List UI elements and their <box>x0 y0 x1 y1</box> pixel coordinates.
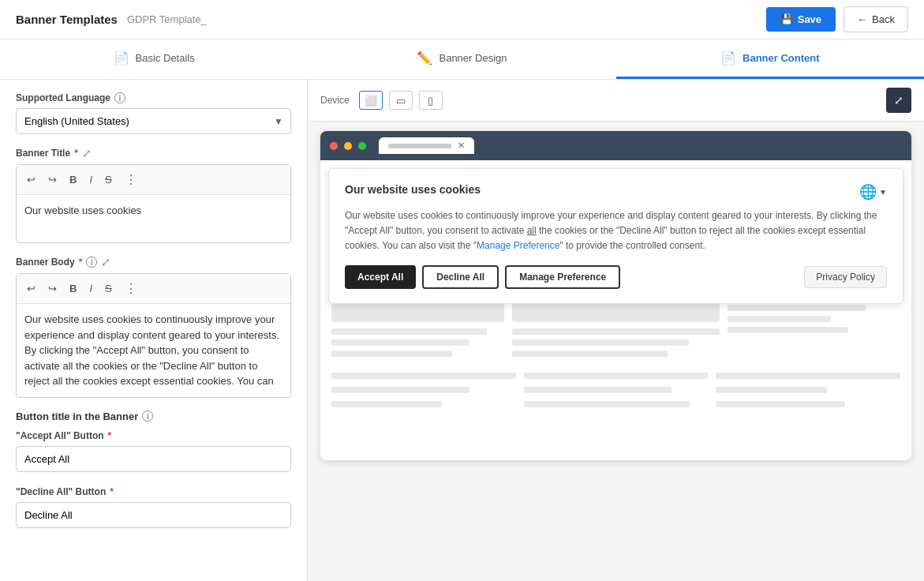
banner-body-group: Banner Body * i ⤢ ↩ ↪ B I S ⋮ Our websit… <box>16 256 291 398</box>
topbar: Banner Templates GDPR Template_ 💾 Save ←… <box>0 0 924 39</box>
banner-title-toolbar: ↩ ↪ B I S ⋮ <box>17 165 290 195</box>
supported-language-group: Supported Language i English (United Sta… <box>16 92 291 134</box>
basic-details-icon: 📄 <box>114 51 129 66</box>
bold-button[interactable]: B <box>65 171 80 188</box>
browser-tab-close[interactable]: ✕ <box>458 141 465 151</box>
accept-all-required: * <box>108 430 112 441</box>
banner-body-editor: ↩ ↪ B I S ⋮ Our website uses cookies to … <box>16 273 291 398</box>
tab-basic-details-label: Basic Details <box>136 52 195 64</box>
browser-dot-green <box>358 142 366 150</box>
page-skeleton-bottom <box>320 373 911 426</box>
skeleton-line <box>331 350 452 357</box>
brand-title: Banner Templates <box>16 13 118 26</box>
tab-banner-design-label: Banner Design <box>439 52 507 64</box>
browser-chrome: ✕ <box>320 131 911 160</box>
banner-body-info-icon[interactable]: i <box>86 257 97 268</box>
skeleton-line <box>512 328 720 335</box>
fullscreen-button[interactable]: ⤢ <box>886 88 911 113</box>
cookie-banner-body: Our website uses cookies to continuously… <box>345 208 887 254</box>
tab-banner-content[interactable]: 📄 Banner Content <box>616 39 924 79</box>
body-redo-button[interactable]: ↪ <box>44 280 61 297</box>
skeleton-line <box>331 328 487 335</box>
skeleton-line <box>524 373 709 379</box>
banner-title-required: * <box>74 148 78 159</box>
decline-all-button[interactable]: Decline All <box>422 265 499 289</box>
skeleton-line <box>331 387 469 393</box>
button-section-info-icon[interactable]: i <box>142 410 153 422</box>
privacy-policy-button[interactable]: Privacy Policy <box>804 266 887 288</box>
banner-title-label: Banner Title * ⤢ <box>16 147 291 159</box>
decline-all-button-group: "Decline All" Button * <box>16 486 291 531</box>
skeleton-line <box>512 339 688 346</box>
topbar-left: Banner Templates GDPR Template_ <box>16 13 207 26</box>
body-strikethrough-button[interactable]: S <box>101 280 116 297</box>
supported-language-info-icon[interactable]: i <box>114 92 125 103</box>
banner-title-expand-button[interactable]: ⤢ <box>82 147 92 159</box>
strikethrough-button[interactable]: S <box>101 171 116 188</box>
skeleton-line <box>716 401 845 407</box>
italic-button[interactable]: I <box>85 171 96 188</box>
device-bar: Device ⬜ ▭ ▯ ⤢ <box>308 80 924 122</box>
skeleton-line <box>716 373 900 379</box>
supported-language-select[interactable]: English (United States) <box>16 108 291 134</box>
mobile-device-button[interactable]: ▯ <box>419 91 443 110</box>
banner-body-required: * <box>79 257 83 268</box>
banner-title-content[interactable]: Our website uses cookies <box>17 195 290 242</box>
banner-content-icon: 📄 <box>720 51 736 66</box>
skeleton-line <box>331 339 469 346</box>
manage-preference-link[interactable]: Manage Preference <box>477 240 559 251</box>
cookie-banner: Our website uses cookies 🌐 ▼ Our website… <box>328 168 903 304</box>
tabs-bar: 📄 Basic Details ✏️ Banner Design 📄 Banne… <box>0 39 924 80</box>
tab-banner-content-label: Banner Content <box>743 52 820 64</box>
redo-button[interactable]: ↪ <box>44 171 61 188</box>
desktop-device-button[interactable]: ⬜ <box>359 91 383 110</box>
main-layout: Supported Language i English (United Sta… <box>0 80 924 581</box>
save-icon: 💾 <box>780 13 793 25</box>
skeleton-line <box>524 387 671 393</box>
banner-title-editor: ↩ ↪ B I S ⋮ Our website uses cookies <box>16 164 291 243</box>
globe-dropdown-icon[interactable]: ▼ <box>879 188 887 197</box>
banner-title-group: Banner Title * ⤢ ↩ ↪ B I S ⋮ Our website… <box>16 147 291 243</box>
back-arrow-icon: ← <box>857 13 867 25</box>
button-section-title: Button title in the Banner i <box>16 410 291 422</box>
banner-design-icon: ✏️ <box>417 51 432 66</box>
browser-area: ✕ Our website uses cookies 🌐 ▼ <box>308 122 924 580</box>
page-content: Our website uses cookies 🌐 ▼ Our website… <box>320 160 911 460</box>
save-button[interactable]: 💾 Save <box>766 7 836 32</box>
body-more-options-button[interactable]: ⋮ <box>121 279 141 298</box>
body-italic-button[interactable]: I <box>85 280 96 297</box>
browser-tab: ✕ <box>379 137 474 154</box>
accept-all-button[interactable]: Accept All <box>345 265 416 289</box>
back-button[interactable]: ← Back <box>844 6 908 32</box>
accept-all-input[interactable] <box>16 446 291 472</box>
skeleton-line <box>728 327 848 333</box>
save-label: Save <box>798 13 821 25</box>
decline-all-required: * <box>110 486 114 497</box>
body-bold-button[interactable]: B <box>65 280 80 297</box>
cookie-banner-actions: Accept All Decline All Manage Preference… <box>345 265 887 289</box>
skeleton-line <box>331 401 442 407</box>
skeleton-line <box>728 305 866 311</box>
browser-dot-red <box>330 142 338 150</box>
body-undo-button[interactable]: ↩ <box>23 280 39 297</box>
banner-body-content[interactable]: Our website uses cookies to continuously… <box>17 304 290 397</box>
banner-body-expand-button[interactable]: ⤢ <box>101 256 110 268</box>
skeleton-line <box>524 401 690 407</box>
manage-preference-button[interactable]: Manage Preference <box>505 265 620 289</box>
cookie-banner-header: Our website uses cookies 🌐 ▼ <box>345 183 887 201</box>
browser-window: ✕ Our website uses cookies 🌐 ▼ <box>320 131 911 460</box>
left-panel: Supported Language i English (United Sta… <box>0 80 308 581</box>
browser-dot-yellow <box>344 142 352 150</box>
tab-banner-design[interactable]: ✏️ Banner Design <box>308 39 615 79</box>
skeleton-line <box>512 350 668 357</box>
skeleton-line <box>331 373 516 379</box>
tablet-device-button[interactable]: ▭ <box>389 91 413 110</box>
topbar-right: 💾 Save ← Back <box>766 6 908 32</box>
undo-button[interactable]: ↩ <box>23 171 39 188</box>
decline-all-input[interactable] <box>16 502 291 528</box>
supported-language-label: Supported Language i <box>16 92 291 103</box>
more-options-button[interactable]: ⋮ <box>121 170 141 189</box>
template-name: GDPR Template_ <box>127 13 207 25</box>
tab-basic-details[interactable]: 📄 Basic Details <box>0 39 308 79</box>
accept-all-button-group: "Accept All" Button * <box>16 430 291 475</box>
